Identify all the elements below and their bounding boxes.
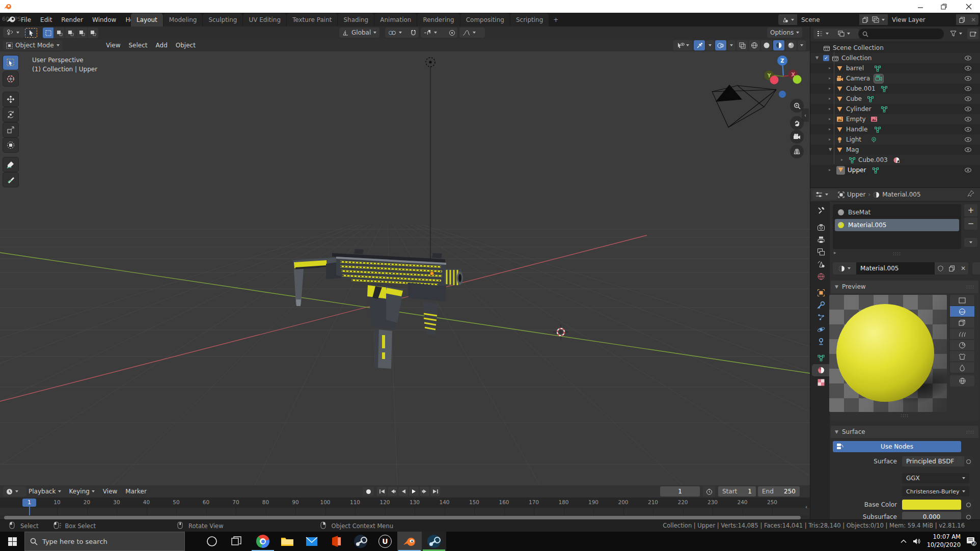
preview-fluid-button[interactable] <box>950 362 974 373</box>
collection-checkbox[interactable]: ✓ <box>823 55 829 61</box>
properties-tab-tool[interactable] <box>812 204 830 216</box>
surface-animate-dot[interactable] <box>964 456 973 466</box>
taskbar-chrome-icon[interactable] <box>251 532 275 551</box>
measure-tool-button[interactable] <box>3 173 18 187</box>
subsurface-animate-dot[interactable] <box>964 512 973 520</box>
proportional-editing-icon[interactable] <box>446 27 457 38</box>
taskbar-mail-icon[interactable] <box>300 532 324 551</box>
expander-icon[interactable]: ▸ <box>829 106 831 111</box>
preview-hair-button[interactable] <box>950 328 974 339</box>
mode-dropdown[interactable]: Object Mode <box>3 40 63 50</box>
timeline-menu-keying[interactable]: Keying <box>65 485 99 498</box>
mesh-icon[interactable] <box>836 106 843 114</box>
shading-material-button[interactable] <box>773 40 784 50</box>
mesh-icon[interactable] <box>836 96 843 103</box>
material-slot-material-005[interactable]: Material.005 <box>835 219 959 231</box>
outliner-item-label[interactable]: Scene Collection <box>833 44 884 51</box>
base-color-swatch[interactable] <box>902 500 961 510</box>
pin-icon[interactable] <box>967 190 974 197</box>
hide-eye-icon[interactable] <box>964 86 972 93</box>
outliner-filter-mode-icon[interactable] <box>835 29 859 39</box>
shading-dropdown[interactable] <box>798 40 806 50</box>
scene-name-field[interactable]: Scene <box>797 14 859 25</box>
select-mode-invert-button[interactable] <box>76 27 87 38</box>
transform-tool-button[interactable] <box>3 138 18 152</box>
playhead-frame-badge[interactable]: 1 <box>22 499 36 507</box>
next-keyframe-button[interactable] <box>420 487 429 496</box>
preview-panel-header[interactable]: ▼ Preview :::: <box>831 281 978 293</box>
preview-cube-button[interactable] <box>950 317 974 328</box>
camera-view-icon[interactable] <box>790 130 804 144</box>
snap-target-dropdown[interactable] <box>421 27 448 38</box>
overlays-dropdown[interactable] <box>727 40 736 50</box>
mesh-icon[interactable] <box>836 86 843 93</box>
properties-tab-material[interactable] <box>812 364 830 376</box>
frame-start-field[interactable]: Start1 <box>718 486 756 497</box>
material-link-filter-icon[interactable] <box>972 262 980 274</box>
camera-icon[interactable] <box>836 75 843 83</box>
outliner-row-cube-003[interactable]: ▸Cube.0032 <box>810 155 980 165</box>
outliner-item-label[interactable]: Cube <box>846 95 862 102</box>
expander-icon[interactable]: ▸ <box>829 127 831 131</box>
properties-tab-physics[interactable] <box>812 323 830 336</box>
properties-editor-type-icon[interactable] <box>812 189 838 200</box>
collection-icon[interactable] <box>823 45 830 53</box>
shading-solid-button[interactable] <box>761 40 772 50</box>
play-button[interactable] <box>409 487 419 496</box>
proportional-falloff-dropdown[interactable] <box>459 27 485 38</box>
view-layer-new-icon[interactable] <box>956 14 968 25</box>
meshdata-icon[interactable] <box>874 65 881 73</box>
outliner-item-label[interactable]: Collection <box>841 54 872 62</box>
tab-texture-paint[interactable]: Texture Paint <box>287 13 337 26</box>
outliner-item-label[interactable]: Camera <box>846 75 870 82</box>
hide-eye-icon[interactable] <box>964 55 972 63</box>
timeline-track-band[interactable] <box>0 508 810 515</box>
snap-magnet-icon[interactable] <box>407 27 419 38</box>
minimize-button[interactable] <box>913 0 928 13</box>
taskbar-office-icon[interactable] <box>324 532 348 551</box>
image-icon[interactable] <box>836 116 843 124</box>
timeline-ruler[interactable]: 1020304050607080901001101201301401501601… <box>0 498 810 508</box>
outliner-row-upper[interactable]: ▸Upper <box>810 165 980 175</box>
outliner-item-label[interactable]: Mag <box>846 146 859 153</box>
expander-icon[interactable]: ▸ <box>829 168 831 172</box>
properties-tab-scene[interactable] <box>812 258 830 270</box>
tab-modeling[interactable]: Modeling <box>164 13 203 26</box>
taskbar-unreal-icon[interactable]: U <box>373 532 397 551</box>
cursor-tool-button[interactable] <box>3 72 18 86</box>
menu-file[interactable]: File <box>16 13 36 26</box>
outliner-item-label[interactable]: Cube.003 <box>858 156 888 163</box>
properties-tab-data[interactable] <box>812 352 830 364</box>
expander-icon[interactable]: ▸ <box>829 66 831 70</box>
preview-flat-button[interactable] <box>950 295 974 306</box>
use-nodes-button[interactable]: Use Nodes <box>833 441 961 452</box>
object-visibility-dropdown[interactable] <box>673 40 693 50</box>
close-button[interactable] <box>961 0 977 13</box>
select-mode-intersect-button[interactable] <box>88 27 98 38</box>
taskbar-search-input[interactable]: Type here to search <box>24 532 185 551</box>
preview-resize-grip[interactable]: :::: <box>831 413 978 418</box>
browse-material-icon[interactable] <box>833 262 856 274</box>
hide-eye-icon[interactable] <box>964 147 972 154</box>
outliner-item-label[interactable]: barrel <box>846 65 864 72</box>
new-collection-icon[interactable] <box>967 29 978 39</box>
tab-animation[interactable]: Animation <box>374 13 417 26</box>
perspective-toggle-icon[interactable] <box>790 145 804 158</box>
properties-tab-output[interactable] <box>812 234 830 246</box>
view-layer-remove-icon[interactable]: ✕ <box>968 14 978 25</box>
remove-slot-button[interactable]: − <box>964 217 977 230</box>
outliner-row-handle[interactable]: ▸Handle <box>810 124 980 134</box>
properties-tab-constraints[interactable] <box>812 336 830 348</box>
select-mode-subtract-button[interactable] <box>65 27 76 38</box>
properties-tab-modifiers[interactable] <box>812 299 830 311</box>
active-tool-icon[interactable] <box>3 27 24 38</box>
select-mode-set-button[interactable] <box>43 27 53 38</box>
viewport-menu-view[interactable]: View <box>102 39 124 51</box>
timeline-menu-marker[interactable]: Marker <box>121 485 150 498</box>
unlink-material-icon[interactable]: ✕ <box>958 262 968 274</box>
tab-scripting[interactable]: Scripting <box>510 13 549 26</box>
tray-chevron-icon[interactable] <box>897 532 910 551</box>
frame-end-field[interactable]: End250 <box>758 486 800 497</box>
expander-icon[interactable]: ▸ <box>841 157 843 162</box>
hide-eye-icon[interactable] <box>964 126 972 134</box>
